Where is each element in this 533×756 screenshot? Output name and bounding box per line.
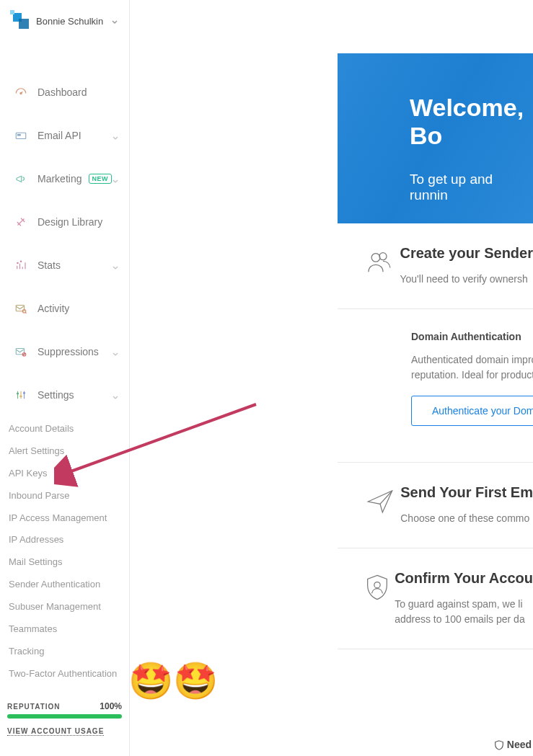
chevron-down-icon (110, 16, 120, 26)
main-nav: Dashboard Email API Marketing NEW Design… (0, 42, 129, 693)
logo-icon (13, 13, 29, 29)
svg-rect-10 (20, 396, 22, 397)
sidebar: Bonnie Schulkin Dashboard Email API Mark… (0, 0, 130, 756)
nav-activity[interactable]: Activity (0, 287, 129, 330)
card-title: Confirm Your Accou (395, 570, 533, 587)
svg-point-4 (20, 261, 22, 262)
settings-sub-subuser-management[interactable]: Subuser Management (9, 596, 120, 618)
gauge-icon (13, 84, 29, 100)
settings-sub-alert-settings[interactable]: Alert Settings (9, 440, 120, 463)
welcome-hero: Welcome, Bo To get up and runnin (338, 53, 533, 223)
settings-sub-sender-authentication[interactable]: Sender Authentication (9, 574, 120, 596)
settings-sub-teammates[interactable]: Teammates (9, 618, 120, 641)
user-name: Bonnie Schulkin (36, 16, 110, 27)
card-subtitle: Choose one of these commo (400, 511, 533, 526)
settings-sub-inbound-parse[interactable]: Inbound Parse (9, 485, 120, 507)
settings-sub-tracking[interactable]: Tracking (9, 641, 120, 663)
chart-icon (13, 257, 29, 273)
card-icon (13, 128, 29, 143)
svg-rect-9 (17, 393, 19, 394)
card-title: Send Your First Em (400, 484, 533, 501)
mail-search-icon (13, 301, 29, 316)
nav-dashboard[interactable]: Dashboard (0, 71, 129, 114)
nav-label: Suppressions (38, 346, 112, 357)
settings-submenu: Account DetailsAlert SettingsAPI KeysInb… (0, 417, 129, 693)
view-usage-link[interactable]: VIEW ACCOUNT USAGE (7, 727, 104, 736)
hero-title: Welcome, Bo (410, 94, 533, 150)
svg-rect-11 (23, 392, 25, 393)
settings-sub-account-details[interactable]: Account Details (9, 418, 120, 440)
nav-label: Marketing (38, 173, 84, 184)
nav-label: Design Library (38, 216, 120, 228)
nav-design-library[interactable]: Design Library (0, 200, 129, 244)
new-badge: NEW (89, 174, 113, 184)
card-title: Domain Authentication (411, 331, 533, 342)
nav-label: Email API (38, 130, 112, 141)
nav-label: Dashboard (38, 86, 120, 98)
nav-marketing[interactable]: Marketing NEW (0, 157, 129, 200)
settings-sub-mail-settings[interactable]: Mail Settings (9, 551, 120, 574)
card-title: Create your Sender (400, 245, 533, 262)
mail-blocked-icon (13, 344, 29, 360)
chevron-down-icon (112, 391, 120, 399)
reputation-value: 100% (100, 701, 122, 711)
svg-point-12 (371, 254, 380, 262)
people-icon (359, 245, 400, 287)
card-subtitle: To guard against spam, we li address to … (395, 597, 533, 627)
card-body-text: Authenticated domain impro reputation. I… (411, 352, 533, 383)
svg-point-14 (374, 582, 379, 588)
sliders-icon (13, 387, 29, 403)
nav-stats[interactable]: Stats (0, 244, 129, 287)
nav-suppressions[interactable]: Suppressions (0, 330, 129, 373)
chevron-down-icon (112, 131, 120, 140)
card-subtitle: You'll need to verify ownersh (400, 272, 533, 287)
nav-email-api[interactable]: Email API (0, 114, 129, 157)
authenticate-domain-button[interactable]: Authenticate your Dom (411, 396, 533, 426)
starry-eyes-emoji: 🤩🤩 (128, 663, 218, 699)
domain-auth-card: Domain Authentication Authenticated doma… (338, 309, 533, 463)
settings-sub-ip-addresses[interactable]: IP Addresses (9, 529, 120, 551)
confirm-account-card: Confirm Your Accou To guard against spam… (338, 548, 533, 649)
main-content: Welcome, Bo To get up and runnin Create … (338, 53, 533, 649)
chevron-down-icon (112, 261, 120, 270)
svg-rect-2 (18, 135, 21, 136)
ruler-icon (13, 214, 29, 230)
reputation-label: REPUTATION (7, 703, 61, 711)
send-email-card: Send Your First Em Choose one of these c… (338, 463, 533, 548)
svg-point-13 (379, 253, 387, 260)
settings-sub-ip-access-management[interactable]: IP Access Management (9, 507, 120, 530)
create-sender-card: Create your Sender You'll need to verify… (338, 223, 533, 309)
settings-sub-two-factor-authentication[interactable]: Two-Factor Authentication (9, 663, 120, 685)
chevron-down-icon (112, 174, 120, 183)
reputation-block: REPUTATION 100% (7, 701, 122, 719)
chevron-down-icon (112, 347, 120, 356)
shield-user-icon (359, 570, 395, 627)
nav-settings[interactable]: Settings (0, 373, 129, 417)
paper-plane-icon (359, 484, 400, 526)
svg-point-3 (17, 262, 19, 264)
nav-label: Settings (38, 389, 112, 401)
account-switcher[interactable]: Bonnie Schulkin (0, 0, 129, 42)
shield-icon (494, 740, 504, 750)
settings-sub-api-keys[interactable]: API Keys (9, 463, 120, 485)
reputation-bar (7, 714, 122, 719)
nav-label: Activity (38, 303, 120, 314)
hero-subtitle: To get up and runnin (410, 172, 533, 203)
footer-need-help[interactable]: Need (494, 739, 532, 750)
nav-label: Stats (38, 259, 112, 271)
megaphone-icon (13, 171, 29, 187)
